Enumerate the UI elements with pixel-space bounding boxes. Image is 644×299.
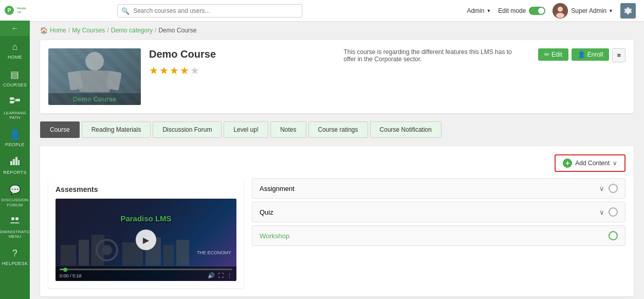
tab-level-up[interactable]: Level up! [224,121,268,138]
learning-path-icon [10,97,20,109]
enroll-button[interactable]: 👤 Enroll [572,48,610,61]
course-actions: ✏ Edit 👤 Enroll ≡ [538,48,625,62]
edit-mode-toggle: Edit mode [498,7,545,15]
svg-rect-7 [16,99,20,101]
video-title: Paradiso LMS [120,214,171,223]
section-header: + Add Content ∨ [48,154,625,172]
svg-point-15 [15,217,19,220]
sidebar-item-courses[interactable]: ▤ COURSES [0,64,30,92]
tab-notes[interactable]: Notes [270,121,306,138]
course-card: Demo Course Demo Course ★ ★ ★ ★ ★ This c… [40,40,634,113]
assignment-label: Assignment [260,185,295,192]
search-icon: 🔍 [121,7,130,14]
svg-text:Paradiso: Paradiso [17,7,26,10]
workshop-radio [609,231,618,240]
svg-point-17 [558,7,563,12]
edit-icon: ✏ [544,51,549,58]
fullscreen-icon[interactable]: ⛶ [218,272,224,279]
sidebar: P Paradiso LMS ← ⌂ HOME ▤ COURSES LEARNI… [0,0,30,299]
breadcrumb: 🏠 Home / My Courses / Demo category / De… [40,27,634,34]
breadcrumb-home-icon: 🏠 [40,27,48,34]
assignment-radio [609,184,618,193]
svg-rect-11 [13,159,15,165]
video-player[interactable]: Paradiso LMS ▶ THE ECONOMY [56,199,236,281]
assessments-title: Assesments [56,185,236,194]
sidebar-item-people[interactable]: 👤 PEOPLE [0,124,30,151]
svg-point-27 [102,245,112,255]
course-info: Demo Course ★ ★ ★ ★ ★ [149,48,325,80]
svg-rect-30 [163,245,174,266]
tab-discussion-forum[interactable]: Discussion Forum [153,121,222,138]
sidebar-item-helpdesk[interactable]: ? HELPDESK [0,242,30,270]
tab-course-ratings[interactable]: Course ratings [308,121,368,138]
list-item-assignment[interactable]: Assignment ∨ [252,178,625,199]
course-thumbnail: Demo Course [48,48,141,105]
workshop-label: Workshop [260,232,289,240]
svg-line-8 [14,99,16,100]
right-column: Assignment ∨ Quiz ∨ Wo [252,178,625,288]
assignment-expand-icon: ∨ [599,185,604,192]
search-input[interactable] [117,4,302,17]
sidebar-item-discussion-forum[interactable]: 💬 DISCUSSIONFORUM [0,179,30,211]
admin-dropdown[interactable]: Admin ▼ [467,7,491,14]
svg-point-14 [11,217,14,220]
svg-text:P: P [8,8,11,13]
svg-point-19 [85,52,104,71]
breadcrumb-current: Demo Course [158,27,196,34]
star-5: ★ [190,64,199,77]
svg-rect-31 [176,240,189,266]
quiz-right: ∨ [599,207,618,217]
super-admin-dropdown[interactable]: Super Admin ▼ [571,7,613,14]
helpdesk-icon: ? [12,248,17,259]
svg-rect-23 [61,245,76,266]
svg-text:LMS: LMS [17,11,22,13]
sidebar-item-learning-path[interactable]: LEARNINGPATH [0,92,30,124]
breadcrumb-demo-category-link[interactable]: Demo category [111,27,153,34]
more-options-icon[interactable]: ⋮ [227,272,232,279]
star-3: ★ [170,64,179,77]
more-menu-button[interactable]: ≡ [612,48,625,62]
star-2: ★ [159,64,169,77]
list-item-quiz[interactable]: Quiz ∨ [252,202,625,222]
add-content-button[interactable]: + Add Content ∨ [555,154,625,172]
course-tabs: Course Reading Materials Discussion Foru… [40,121,634,138]
home-icon: ⌂ [12,41,17,53]
enroll-icon: 👤 [578,51,585,58]
video-subtitle: THE ECONOMY [197,250,231,255]
svg-rect-5 [10,97,14,100]
settings-button[interactable] [620,3,636,19]
tab-reading-materials[interactable]: Reading Materials [82,121,151,138]
breadcrumb-my-courses-link[interactable]: My Courses [72,27,105,34]
avatar [553,3,568,19]
assessments-box: Assesments [48,178,244,288]
star-1: ★ [149,64,158,77]
sidebar-item-reports[interactable]: REPORTS [0,151,30,179]
course-title: Demo Course [149,48,325,60]
play-button[interactable]: ▶ [136,230,156,250]
tab-course[interactable]: Course [40,121,80,138]
sidebar-item-administrator-menu[interactable]: ADMINISTRATORMENU [0,210,30,242]
reports-icon [10,156,20,168]
star-4: ★ [180,64,189,77]
sidebar-item-home[interactable]: ⌂ HOME [0,36,30,64]
list-item-workshop[interactable]: Workshop [252,225,625,246]
courses-icon: ▤ [10,69,19,81]
discussion-forum-icon: 💬 [9,184,21,196]
nav-right: Admin ▼ Edit mode Super Admin ▼ [467,3,636,19]
edit-button[interactable]: ✏ Edit [538,48,568,61]
administrator-icon [10,216,20,227]
volume-icon[interactable]: 🔊 [208,272,215,279]
progress-fill [60,269,63,270]
svg-line-9 [14,100,16,102]
breadcrumb-home-link[interactable]: Home [50,27,66,34]
svg-rect-12 [15,157,17,165]
progress-bar[interactable] [60,269,232,270]
left-column: Assesments [48,178,244,288]
progress-dot [63,268,67,272]
quiz-label: Quiz [260,208,273,216]
tab-course-notification[interactable]: Course Notification [370,121,441,138]
svg-rect-13 [18,160,20,165]
svg-rect-10 [10,161,12,165]
edit-mode-switch[interactable] [529,7,545,15]
back-arrow-button[interactable]: ← [0,21,30,36]
